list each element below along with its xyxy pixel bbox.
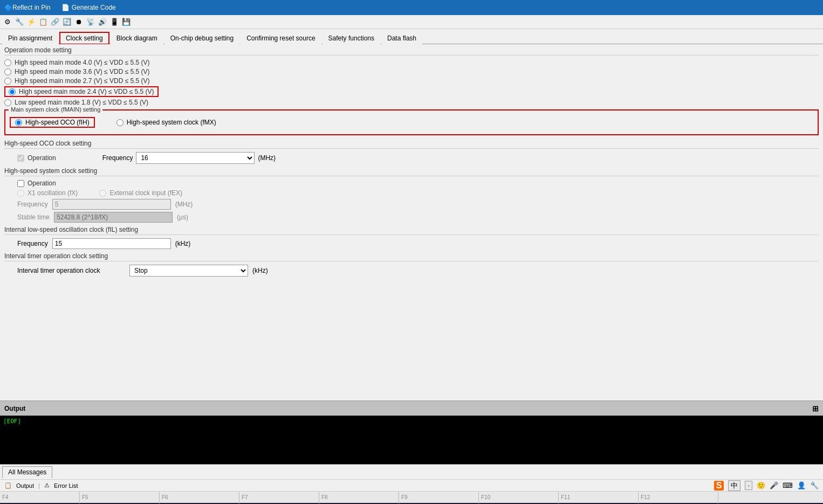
ime-chinese[interactable]: 中 [728,480,740,491]
fkeys-bar: F4 F5 F6 F7 F8 F9 F10 F11 F12 [0,491,823,503]
it-clock-label: Interval timer operation clock [17,267,125,274]
op-mode-option-1[interactable]: High speed main mode 3.6 (V) ≤ VDD ≤ 5.5… [4,68,819,75]
op-mode-radio-1[interactable] [4,68,11,75]
interval-timer-section: Interval timer operation clock setting I… [4,252,819,277]
tab-pin-assignment[interactable]: Pin assignment [2,32,58,44]
status-output-icon: 📋 [4,482,12,489]
ime-dot[interactable]: · [745,481,752,490]
toolbar-icon-4[interactable]: 📋 [38,17,49,27]
hss-freq-unit: (MHz) [175,201,193,208]
hss-operation-row[interactable]: Operation [17,179,819,187]
fkey-f4[interactable]: F4 [0,492,80,503]
ime-user[interactable]: 👤 [797,481,806,489]
internal-low-speed-section: Internal low-speed oscillation clock (fI… [4,226,819,249]
fkey-f7[interactable]: F7 [239,492,319,503]
sogou-icon: S [714,481,724,491]
fkey-f8[interactable]: F8 [319,492,399,503]
it-clock-unit: (kHz) [252,267,268,274]
op-mode-label-3: High speed main mode 2.4 (V) ≤ VDD ≤ 5.5… [19,88,154,95]
bottom-tab-all-messages[interactable]: All Messages [2,466,52,478]
fmain-label-fmx: High-speed system clock (fMX) [127,119,216,126]
output-panel-header: Output ⊞ [0,401,823,416]
ils-section-title: Internal low-speed oscillation clock (fI… [4,226,819,235]
hss-stable-label: Stable time [17,213,50,221]
op-mode-label-0: High speed main mode 4.0 (V) ≤ VDD ≤ 5.5… [15,59,150,66]
tab-data-flash[interactable]: Data flash [381,32,422,44]
hss-stable-unit: (μs) [177,213,188,221]
hss-operation-checkbox[interactable] [17,180,24,187]
it-clock-select[interactable]: Stop fIL fIH fMX [129,265,248,277]
toolbar-icon-2[interactable]: 🔧 [14,17,25,27]
generate-code-label[interactable]: Generate Code [72,4,116,11]
toolbar-icon-6[interactable]: 🔄 [61,17,72,27]
hss-stabletime-row: Stable time (μs) [17,212,819,223]
it-clock-row: Interval timer operation clock Stop fIL … [17,265,819,277]
external-clock-radio[interactable] [99,190,106,197]
fkey-f6[interactable]: F6 [160,492,239,503]
generate-code-icon: 📄 [61,4,70,11]
main-content: Operation mode setting High speed main m… [0,44,823,401]
fkey-f9[interactable]: F9 [399,492,479,503]
op-mode-option-4[interactable]: Low speed main mode 1.8 (V) ≤ VDD ≤ 5.5 … [4,99,819,106]
hss-clock-type-row: X1 oscillation (fX) External clock input… [17,189,819,197]
main-clock-legend: Main system clock (fMAIN) setting [9,106,102,113]
status-output-label[interactable]: Output [16,482,34,489]
main-clock-options: High-speed OCO (fIH) High-speed system c… [10,117,813,128]
ils-frequency-row: Frequency (kHz) [17,238,819,249]
ime-settings[interactable]: 🔧 [810,481,819,489]
toolbar-icon-8[interactable]: 📡 [85,17,96,27]
hss-section-title: High-speed system clock setting [4,167,819,176]
fmain-fmx-option[interactable]: High-speed system clock (fMX) [116,119,216,126]
oco-frequency-select[interactable]: 16 1 2 4 8 32 [136,152,255,164]
hss-frequency-input[interactable] [52,199,171,210]
high-speed-oco-section: High-speed OCO clock setting Operation F… [4,140,819,164]
toolbar-icon-7[interactable]: ⏺ [73,17,84,27]
fkey-f10[interactable]: F10 [479,492,559,503]
fmain-radio-fmx[interactable] [116,119,124,126]
oco-freq-label: Frequency [102,154,133,162]
status-sep: | [38,482,40,489]
x1-oscillation-radio[interactable] [17,190,24,197]
hss-stabletime-input[interactable] [54,212,173,223]
toolbar-icon-5[interactable]: 🔗 [50,17,60,27]
tab-block-diagram[interactable]: Block diagram [111,32,163,44]
external-clock-option[interactable]: External clock input (fEX) [99,189,182,197]
hss-operation-label: Operation [28,179,56,187]
op-mode-label-2: High speed main mode 2.7 (V) ≤ VDD ≤ 5.5… [15,77,150,85]
oco-operation-row: Operation Frequency 16 1 2 4 8 32 (MHz) [17,152,819,164]
tab-clock-setting[interactable]: Clock setting [59,32,109,44]
toolbar-icon-11[interactable]: 💾 [121,17,132,27]
toolbar-icon-3[interactable]: ⚡ [26,17,37,27]
op-mode-option-3[interactable]: High speed main mode 2.4 (V) ≤ VDD ≤ 5.5… [4,86,819,97]
app-icon: 🔷 [4,4,12,11]
x1-oscillation-option[interactable]: X1 oscillation (fX) [17,189,78,197]
op-mode-radio-2[interactable] [4,78,11,85]
toolbar-icon-10[interactable]: 📱 [109,17,120,27]
output-scroll-icon[interactable]: ⊞ [812,404,819,413]
tab-onchip-debug[interactable]: On-chip debug setting [164,32,239,44]
op-mode-radio-4[interactable] [4,99,11,106]
ime-keyboard[interactable]: ⌨ [783,481,793,489]
op-mode-radio-3[interactable] [9,88,16,95]
toolbar-icon-1[interactable]: ⚙ [2,17,13,27]
op-mode-radio-0[interactable] [4,59,11,66]
fkey-f11[interactable]: F11 [559,492,639,503]
fmain-radio-hso[interactable] [15,119,22,126]
tab-safety-functions[interactable]: Safety functions [323,32,380,44]
hso-radio-box: High-speed OCO (fIH) [10,117,95,128]
output-title: Output [4,405,25,412]
fkey-f12[interactable]: F12 [639,492,718,503]
op-mode-option-0[interactable]: High speed main mode 4.0 (V) ≤ VDD ≤ 5.5… [4,59,819,66]
ils-frequency-input[interactable] [52,238,171,249]
tab-confirming-reset[interactable]: Confirming reset source [241,32,321,44]
ime-mic[interactable]: 🎤 [770,481,778,489]
status-errorlist-label[interactable]: Error List [54,482,78,489]
toolbar-icon-9[interactable]: 🔊 [97,17,108,27]
op-mode-option-2[interactable]: High speed main mode 2.7 (V) ≤ VDD ≤ 5.5… [4,77,819,85]
it-section-title: Interval timer operation clock setting [4,252,819,261]
output-text: [EOF] [3,418,21,425]
oco-operation-checkbox[interactable] [17,155,24,162]
ime-smile[interactable]: 🙂 [757,481,765,489]
fkey-f5[interactable]: F5 [80,492,160,503]
status-errorlist-icon: ⚠ [44,482,50,489]
